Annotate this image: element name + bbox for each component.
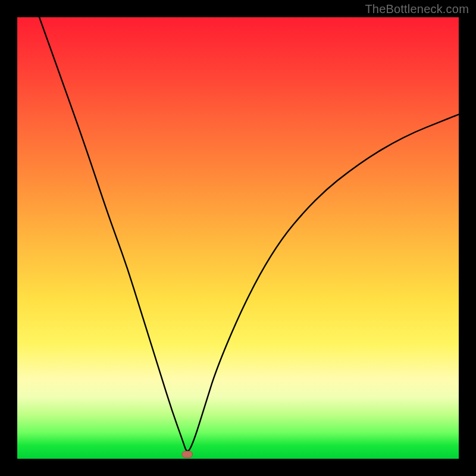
plot-area xyxy=(17,17,459,459)
min-marker xyxy=(182,451,193,458)
chart-frame: TheBottleneck.com xyxy=(0,0,476,476)
chart-svg xyxy=(17,17,459,459)
watermark-text: TheBottleneck.com xyxy=(365,2,469,16)
bottleneck-curve xyxy=(39,17,459,451)
